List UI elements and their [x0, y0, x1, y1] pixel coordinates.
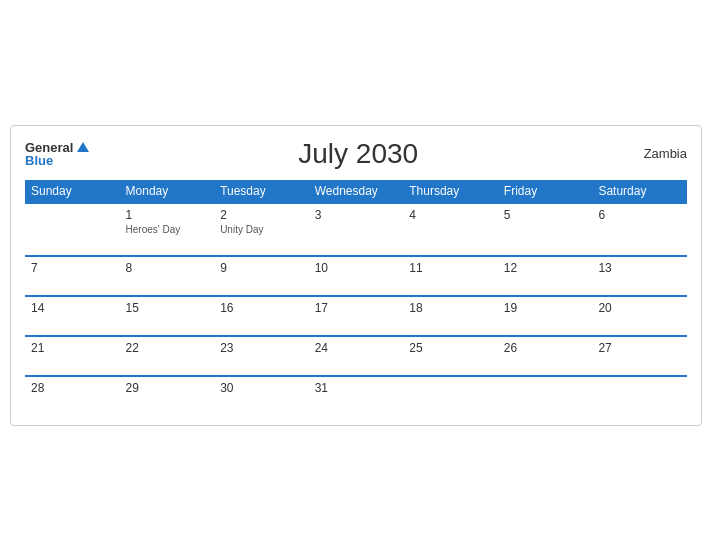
calendar-week-row: 14151617181920	[25, 296, 687, 336]
day-number: 28	[31, 381, 114, 395]
day-number: 16	[220, 301, 303, 315]
day-number: 9	[220, 261, 303, 275]
weekday-header-row: SundayMondayTuesdayWednesdayThursdayFrid…	[25, 180, 687, 203]
country-name: Zambia	[627, 146, 687, 161]
calendar-day-cell	[25, 203, 120, 256]
logo-triangle-icon	[77, 142, 89, 152]
day-number: 4	[409, 208, 492, 222]
weekday-header-thursday: Thursday	[403, 180, 498, 203]
day-number: 5	[504, 208, 587, 222]
calendar-day-cell: 25	[403, 336, 498, 376]
calendar-day-cell: 1Heroes' Day	[120, 203, 215, 256]
calendar-day-cell: 7	[25, 256, 120, 296]
day-number: 3	[315, 208, 398, 222]
weekday-header-tuesday: Tuesday	[214, 180, 309, 203]
day-number: 27	[598, 341, 681, 355]
calendar-day-cell: 16	[214, 296, 309, 336]
logo-general-text: General	[25, 141, 73, 154]
calendar-day-cell: 12	[498, 256, 593, 296]
day-number: 2	[220, 208, 303, 222]
day-number: 8	[126, 261, 209, 275]
calendar-day-cell: 18	[403, 296, 498, 336]
calendar-day-cell: 3	[309, 203, 404, 256]
day-number: 26	[504, 341, 587, 355]
calendar-day-cell: 23	[214, 336, 309, 376]
day-number: 21	[31, 341, 114, 355]
weekday-header-saturday: Saturday	[592, 180, 687, 203]
calendar-container: General Blue July 2030 Zambia SundayMond…	[10, 125, 702, 426]
calendar-day-cell: 14	[25, 296, 120, 336]
weekday-header-monday: Monday	[120, 180, 215, 203]
day-number: 13	[598, 261, 681, 275]
day-number: 24	[315, 341, 398, 355]
calendar-day-cell: 28	[25, 376, 120, 415]
logo-blue-text: Blue	[25, 154, 89, 167]
calendar-day-cell: 9	[214, 256, 309, 296]
calendar-day-cell: 4	[403, 203, 498, 256]
calendar-day-cell: 26	[498, 336, 593, 376]
logo-general: General	[25, 141, 89, 154]
calendar-day-cell	[498, 376, 593, 415]
calendar-week-row: 28293031	[25, 376, 687, 415]
day-number: 14	[31, 301, 114, 315]
calendar-day-cell: 15	[120, 296, 215, 336]
calendar-day-cell: 19	[498, 296, 593, 336]
calendar-day-cell: 24	[309, 336, 404, 376]
day-number: 23	[220, 341, 303, 355]
holiday-label: Unity Day	[220, 224, 303, 235]
calendar-week-row: 78910111213	[25, 256, 687, 296]
day-number: 7	[31, 261, 114, 275]
day-number: 22	[126, 341, 209, 355]
day-number: 18	[409, 301, 492, 315]
calendar-day-cell: 17	[309, 296, 404, 336]
calendar-day-cell: 5	[498, 203, 593, 256]
day-number: 29	[126, 381, 209, 395]
day-number: 12	[504, 261, 587, 275]
calendar-day-cell: 22	[120, 336, 215, 376]
calendar-week-row: 21222324252627	[25, 336, 687, 376]
holiday-label: Heroes' Day	[126, 224, 209, 235]
day-number: 17	[315, 301, 398, 315]
calendar-day-cell	[592, 376, 687, 415]
day-number: 6	[598, 208, 681, 222]
calendar-tbody: 1Heroes' Day2Unity Day345678910111213141…	[25, 203, 687, 415]
calendar-day-cell: 2Unity Day	[214, 203, 309, 256]
weekday-header-wednesday: Wednesday	[309, 180, 404, 203]
calendar-day-cell: 31	[309, 376, 404, 415]
weekday-header-friday: Friday	[498, 180, 593, 203]
day-number: 25	[409, 341, 492, 355]
calendar-table: SundayMondayTuesdayWednesdayThursdayFrid…	[25, 180, 687, 415]
day-number: 11	[409, 261, 492, 275]
calendar-day-cell: 30	[214, 376, 309, 415]
calendar-title: July 2030	[89, 138, 627, 170]
calendar-day-cell: 10	[309, 256, 404, 296]
calendar-day-cell: 27	[592, 336, 687, 376]
calendar-day-cell: 21	[25, 336, 120, 376]
calendar-day-cell: 29	[120, 376, 215, 415]
day-number: 20	[598, 301, 681, 315]
weekday-header-sunday: Sunday	[25, 180, 120, 203]
day-number: 10	[315, 261, 398, 275]
day-number: 19	[504, 301, 587, 315]
calendar-week-row: 1Heroes' Day2Unity Day3456	[25, 203, 687, 256]
calendar-day-cell: 20	[592, 296, 687, 336]
day-number: 30	[220, 381, 303, 395]
day-number: 1	[126, 208, 209, 222]
day-number: 31	[315, 381, 398, 395]
calendar-header: General Blue July 2030 Zambia	[25, 138, 687, 170]
calendar-day-cell	[403, 376, 498, 415]
calendar-thead: SundayMondayTuesdayWednesdayThursdayFrid…	[25, 180, 687, 203]
calendar-day-cell: 11	[403, 256, 498, 296]
calendar-day-cell: 6	[592, 203, 687, 256]
calendar-day-cell: 8	[120, 256, 215, 296]
logo: General Blue	[25, 141, 89, 167]
calendar-day-cell: 13	[592, 256, 687, 296]
day-number: 15	[126, 301, 209, 315]
